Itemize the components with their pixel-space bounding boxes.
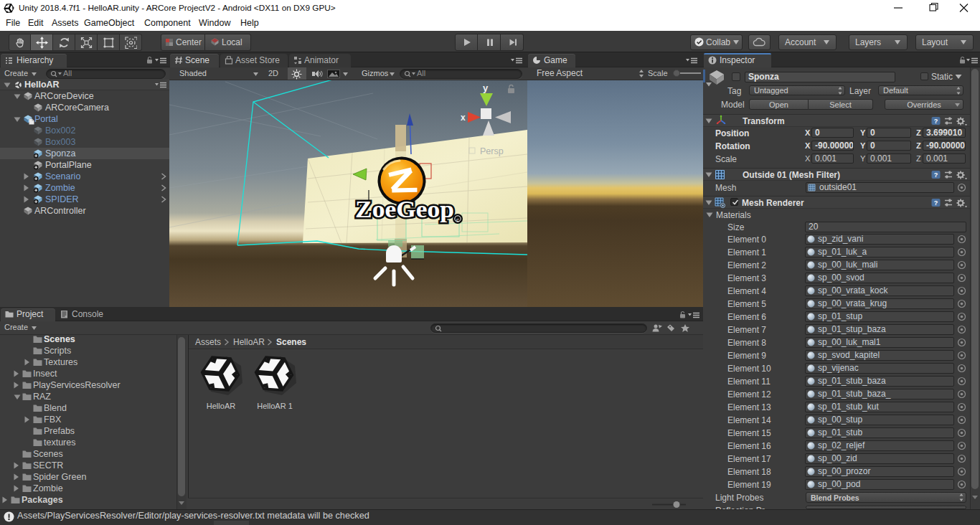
- svg-text:c: c: [456, 217, 459, 223]
- svg-text:?: ?: [934, 118, 938, 125]
- svg-text:x: x: [461, 113, 466, 123]
- svg-text:y: y: [483, 82, 489, 93]
- svg-text:?: ?: [934, 199, 938, 207]
- svg-text:?: ?: [934, 171, 938, 179]
- svg-text:Persp: Persp: [480, 146, 504, 156]
- svg-text:ZoeGeop: ZoeGeop: [355, 197, 454, 222]
